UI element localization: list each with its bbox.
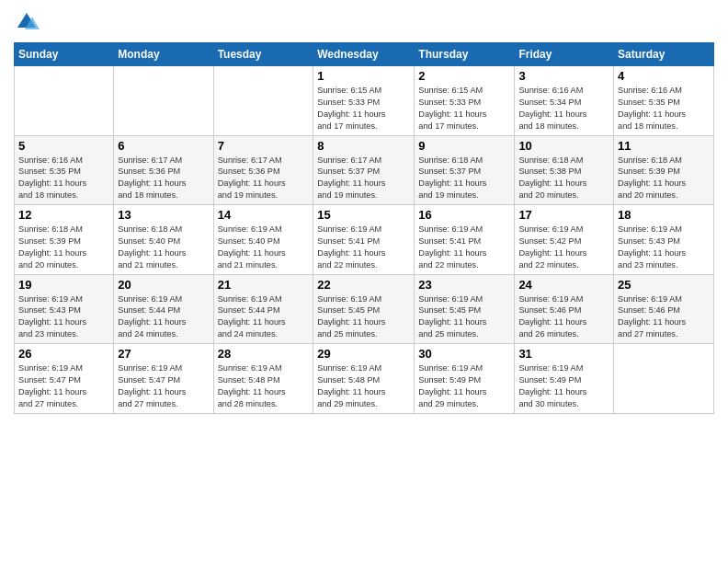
day-cell: 26Sunrise: 6:19 AMSunset: 5:47 PMDayligh… (15, 344, 114, 414)
day-cell: 28Sunrise: 6:19 AMSunset: 5:48 PMDayligh… (213, 344, 313, 414)
day-cell: 24Sunrise: 6:19 AMSunset: 5:46 PMDayligh… (515, 274, 614, 344)
day-number: 2 (418, 69, 510, 83)
day-number: 31 (518, 347, 609, 361)
day-number: 16 (418, 208, 510, 222)
page: SundayMondayTuesdayWednesdayThursdayFrid… (0, 0, 728, 563)
day-number: 26 (18, 347, 109, 361)
day-info: Sunrise: 6:19 AMSunset: 5:43 PMDaylight:… (618, 224, 710, 271)
day-number: 1 (317, 69, 410, 83)
day-info: Sunrise: 6:19 AMSunset: 5:40 PMDaylight:… (218, 224, 310, 271)
day-number: 6 (118, 139, 209, 153)
day-cell (213, 66, 313, 136)
day-cell: 4Sunrise: 6:16 AMSunset: 5:35 PMDaylight… (614, 66, 714, 136)
day-info: Sunrise: 6:19 AMSunset: 5:48 PMDaylight:… (218, 362, 310, 410)
day-number: 14 (218, 208, 310, 222)
day-cell: 1Sunrise: 6:15 AMSunset: 5:33 PMDaylight… (313, 66, 415, 136)
day-cell: 13Sunrise: 6:18 AMSunset: 5:40 PMDayligh… (114, 205, 213, 275)
day-cell: 11Sunrise: 6:18 AMSunset: 5:39 PMDayligh… (614, 135, 714, 205)
day-number: 29 (317, 347, 410, 361)
day-info: Sunrise: 6:18 AMSunset: 5:39 PMDaylight:… (18, 224, 109, 271)
day-info: Sunrise: 6:15 AMSunset: 5:33 PMDaylight:… (317, 85, 410, 132)
day-cell: 15Sunrise: 6:19 AMSunset: 5:41 PMDayligh… (313, 205, 415, 275)
day-number: 25 (618, 278, 710, 292)
day-number: 21 (218, 278, 310, 292)
weekday-header-row: SundayMondayTuesdayWednesdayThursdayFrid… (15, 43, 714, 66)
day-info: Sunrise: 6:17 AMSunset: 5:36 PMDaylight:… (118, 155, 209, 202)
day-info: Sunrise: 6:19 AMSunset: 5:47 PMDaylight:… (18, 362, 109, 410)
header (14, 9, 714, 35)
day-cell: 7Sunrise: 6:17 AMSunset: 5:36 PMDaylight… (213, 135, 313, 205)
logo-icon (14, 9, 40, 35)
day-cell: 17Sunrise: 6:19 AMSunset: 5:42 PMDayligh… (515, 205, 614, 275)
day-cell: 23Sunrise: 6:19 AMSunset: 5:45 PMDayligh… (415, 274, 515, 344)
day-info: Sunrise: 6:19 AMSunset: 5:49 PMDaylight:… (518, 362, 609, 410)
day-info: Sunrise: 6:19 AMSunset: 5:49 PMDaylight:… (418, 362, 510, 410)
weekday-header-thursday: Thursday (415, 43, 515, 66)
weekday-header-wednesday: Wednesday (313, 43, 415, 66)
day-info: Sunrise: 6:18 AMSunset: 5:37 PMDaylight:… (418, 155, 510, 202)
day-cell: 19Sunrise: 6:19 AMSunset: 5:43 PMDayligh… (15, 274, 114, 344)
weekday-header-tuesday: Tuesday (213, 43, 313, 66)
day-cell: 10Sunrise: 6:18 AMSunset: 5:38 PMDayligh… (515, 135, 614, 205)
day-cell (114, 66, 213, 136)
day-number: 9 (418, 139, 510, 153)
day-info: Sunrise: 6:18 AMSunset: 5:40 PMDaylight:… (118, 224, 209, 271)
day-number: 27 (118, 347, 209, 361)
day-cell: 18Sunrise: 6:19 AMSunset: 5:43 PMDayligh… (614, 205, 714, 275)
day-number: 11 (618, 139, 710, 153)
day-number: 12 (18, 208, 109, 222)
day-cell (15, 66, 114, 136)
day-info: Sunrise: 6:19 AMSunset: 5:43 PMDaylight:… (18, 293, 109, 341)
day-info: Sunrise: 6:17 AMSunset: 5:37 PMDaylight:… (317, 155, 410, 202)
day-cell: 3Sunrise: 6:16 AMSunset: 5:34 PMDaylight… (515, 66, 614, 136)
day-number: 28 (218, 347, 310, 361)
day-info: Sunrise: 6:19 AMSunset: 5:46 PMDaylight:… (618, 293, 710, 341)
day-info: Sunrise: 6:19 AMSunset: 5:47 PMDaylight:… (118, 362, 209, 410)
day-cell: 9Sunrise: 6:18 AMSunset: 5:37 PMDaylight… (415, 135, 515, 205)
day-number: 24 (518, 278, 609, 292)
day-number: 10 (518, 139, 609, 153)
day-info: Sunrise: 6:18 AMSunset: 5:38 PMDaylight:… (518, 155, 609, 202)
day-info: Sunrise: 6:19 AMSunset: 5:46 PMDaylight:… (518, 293, 609, 341)
day-cell: 22Sunrise: 6:19 AMSunset: 5:45 PMDayligh… (313, 274, 415, 344)
week-row-4: 19Sunrise: 6:19 AMSunset: 5:43 PMDayligh… (15, 274, 714, 344)
calendar: SundayMondayTuesdayWednesdayThursdayFrid… (14, 42, 714, 414)
day-info: Sunrise: 6:16 AMSunset: 5:35 PMDaylight:… (18, 155, 109, 202)
day-cell: 21Sunrise: 6:19 AMSunset: 5:44 PMDayligh… (213, 274, 313, 344)
day-cell: 29Sunrise: 6:19 AMSunset: 5:48 PMDayligh… (313, 344, 415, 414)
day-number: 18 (618, 208, 710, 222)
day-cell: 2Sunrise: 6:15 AMSunset: 5:33 PMDaylight… (415, 66, 515, 136)
week-row-3: 12Sunrise: 6:18 AMSunset: 5:39 PMDayligh… (15, 205, 714, 275)
day-number: 22 (317, 278, 410, 292)
day-cell: 20Sunrise: 6:19 AMSunset: 5:44 PMDayligh… (114, 274, 213, 344)
day-number: 30 (418, 347, 510, 361)
week-row-1: 1Sunrise: 6:15 AMSunset: 5:33 PMDaylight… (15, 66, 714, 136)
day-number: 19 (18, 278, 109, 292)
weekday-header-friday: Friday (515, 43, 614, 66)
day-cell: 30Sunrise: 6:19 AMSunset: 5:49 PMDayligh… (415, 344, 515, 414)
day-info: Sunrise: 6:19 AMSunset: 5:41 PMDaylight:… (317, 224, 410, 271)
day-info: Sunrise: 6:19 AMSunset: 5:48 PMDaylight:… (317, 362, 410, 410)
logo (14, 9, 43, 35)
day-cell: 12Sunrise: 6:18 AMSunset: 5:39 PMDayligh… (15, 205, 114, 275)
day-cell: 25Sunrise: 6:19 AMSunset: 5:46 PMDayligh… (614, 274, 714, 344)
day-info: Sunrise: 6:15 AMSunset: 5:33 PMDaylight:… (418, 85, 510, 132)
day-info: Sunrise: 6:19 AMSunset: 5:44 PMDaylight:… (118, 293, 209, 341)
day-number: 13 (118, 208, 209, 222)
weekday-header-monday: Monday (114, 43, 213, 66)
day-info: Sunrise: 6:19 AMSunset: 5:42 PMDaylight:… (518, 224, 609, 271)
day-cell: 5Sunrise: 6:16 AMSunset: 5:35 PMDaylight… (15, 135, 114, 205)
day-number: 15 (317, 208, 410, 222)
day-number: 7 (218, 139, 310, 153)
day-info: Sunrise: 6:17 AMSunset: 5:36 PMDaylight:… (218, 155, 310, 202)
day-number: 3 (518, 69, 609, 83)
day-cell: 8Sunrise: 6:17 AMSunset: 5:37 PMDaylight… (313, 135, 415, 205)
day-info: Sunrise: 6:18 AMSunset: 5:39 PMDaylight:… (618, 155, 710, 202)
week-row-5: 26Sunrise: 6:19 AMSunset: 5:47 PMDayligh… (15, 344, 714, 414)
day-cell: 14Sunrise: 6:19 AMSunset: 5:40 PMDayligh… (213, 205, 313, 275)
day-cell: 6Sunrise: 6:17 AMSunset: 5:36 PMDaylight… (114, 135, 213, 205)
week-row-2: 5Sunrise: 6:16 AMSunset: 5:35 PMDaylight… (15, 135, 714, 205)
weekday-header-saturday: Saturday (614, 43, 714, 66)
day-info: Sunrise: 6:19 AMSunset: 5:44 PMDaylight:… (218, 293, 310, 341)
day-info: Sunrise: 6:16 AMSunset: 5:34 PMDaylight:… (518, 85, 609, 132)
